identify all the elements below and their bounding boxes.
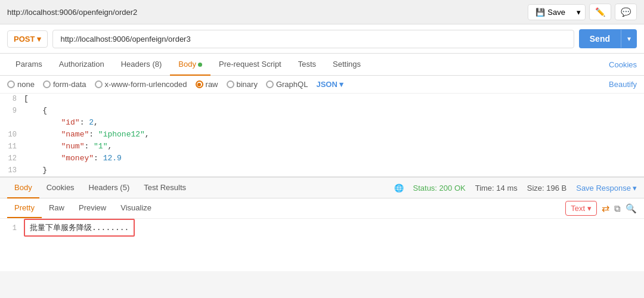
radio-raw[interactable] [196,80,203,88]
resp-line-number: 1 [0,224,24,232]
json-chevron-icon: ▾ [339,80,343,89]
request-tabs: Params Authorization Headers (8) Body Pr… [7,54,369,75]
save-response-label: Save Response [576,184,631,193]
resp-tab-test-results[interactable]: Test Results [137,178,193,198]
tab-body[interactable]: Body [170,54,210,76]
search-icon[interactable]: 🔍 [626,203,637,214]
text-format-label: Text [571,204,585,213]
body-type-bar: none form-data x-www-form-urlencoded raw… [0,76,644,94]
save-response-button[interactable]: Save Response ▾ [576,184,637,193]
radio-form-data[interactable] [43,80,51,88]
resp-text: 批量下单服务降级........ [24,219,135,237]
radio-binary[interactable] [227,80,234,88]
send-label[interactable]: Send [579,29,621,48]
tab-authorization[interactable]: Authorization [51,54,113,76]
body-type-binary[interactable]: binary [227,80,258,89]
view-tab-raw[interactable]: Raw [42,198,72,218]
response-content-area: 1 批量下单服务降级........ [0,219,644,271]
response-view-tab-bar: Pretty Raw Preview Visualize Text ▾ ⇄ ⧉ … [0,198,644,219]
radio-urlencoded[interactable] [95,80,103,88]
body-type-none[interactable]: none [7,80,35,89]
body-type-raw[interactable]: raw [196,80,218,89]
send-button-group[interactable]: Send ▾ [579,29,637,48]
view-tab-visualize[interactable]: Visualize [113,198,159,218]
beautify-button[interactable]: Beautify [609,80,637,89]
cookies-link[interactable]: Cookies [609,54,637,75]
response-status-bar: 🌐 Status: 200 OK Time: 14 ms Size: 196 B… [394,184,637,193]
save-button-group[interactable]: 💾 Save ▾ [528,4,586,20]
tab-prerequest[interactable]: Pre-request Script [210,54,290,76]
editor-line-13: 13 } [0,165,644,177]
text-format-selector[interactable]: Text ▾ [565,201,597,216]
resp-line-1: 1 批量下单服务降级........ [0,219,644,237]
json-format-label: JSON [316,80,337,89]
body-type-urlencoded[interactable]: x-www-form-urlencoded [95,80,187,89]
save-response-chevron-icon: ▾ [633,184,637,193]
url-input[interactable] [52,30,574,48]
response-size: Size: 196 B [527,184,567,193]
text-format-chevron-icon: ▾ [587,204,592,213]
tab-tests[interactable]: Tests [290,54,324,76]
body-type-graphql[interactable]: GraphQL [266,80,308,89]
body-type-form-data[interactable]: form-data [43,80,86,89]
editor-line-8: 8 [ [0,94,644,105]
current-url-display: http://localhost:9006/openfeign/order2 [7,8,137,17]
tab-headers[interactable]: Headers (8) [113,54,171,76]
editor-line-9b: "id": 2, [0,117,644,129]
view-tab-preview[interactable]: Preview [72,198,113,218]
save-label: Save [547,8,565,17]
tab-settings[interactable]: Settings [324,54,369,76]
view-tab-actions: Text ▾ ⇄ ⧉ 🔍 [565,201,637,216]
top-bar: http://localhost:9006/openfeign/order2 💾… [0,0,644,24]
wrap-icon[interactable]: ⇄ [602,203,609,214]
save-button[interactable]: 💾 Save [528,5,572,20]
resp-tab-headers[interactable]: Headers (5) [82,178,137,198]
body-active-dot [198,63,202,67]
response-time: Time: 14 ms [475,184,518,193]
resp-tab-body[interactable]: Body [7,178,39,198]
radio-none[interactable] [7,80,15,88]
method-label: POST [14,35,35,44]
globe-icon: 🌐 [394,184,404,193]
copy-icon[interactable]: ⧉ [614,203,621,214]
top-bar-actions: 💾 Save ▾ ✏️ 💬 [528,4,637,20]
body-type-options: none form-data x-www-form-urlencoded raw… [7,80,343,89]
request-tab-bar: Params Authorization Headers (8) Body Pr… [0,54,644,76]
response-tab-bar: Body Cookies Headers (5) Test Results 🌐 … [0,177,644,198]
save-chevron-button[interactable]: ▾ [572,5,585,20]
resp-tab-cookies[interactable]: Cookies [39,178,82,198]
method-selector[interactable]: POST ▾ [7,30,48,48]
code-editor[interactable]: 8 [ 9 { "id": 2, 10 "name": "iphone12", … [0,94,644,177]
editor-line-9: 9 { [0,105,644,117]
json-format-selector[interactable]: JSON ▾ [316,80,343,89]
editor-line-10: 10 "name": "iphone12", [0,129,644,141]
edit-icon-button[interactable]: ✏️ [589,4,611,20]
response-tabs: Body Cookies Headers (5) Test Results [7,178,193,198]
radio-graphql[interactable] [266,80,274,88]
editor-line-11: 11 "num": "1", [0,141,644,153]
method-chevron-icon: ▾ [37,35,41,44]
send-chevron-icon[interactable]: ▾ [621,30,637,48]
editor-line-12: 12 "money": 12.9 [0,153,644,165]
response-text-box: 批量下单服务降级........ [24,219,135,237]
tab-params[interactable]: Params [7,54,51,76]
url-bar: POST ▾ Send ▾ [0,24,644,54]
comment-icon-button[interactable]: 💬 [615,4,637,20]
response-view-tabs: Pretty Raw Preview Visualize [7,198,159,218]
view-tab-pretty[interactable]: Pretty [7,198,42,218]
status-code: Status: 200 OK [413,184,466,193]
save-icon: 💾 [535,8,545,17]
